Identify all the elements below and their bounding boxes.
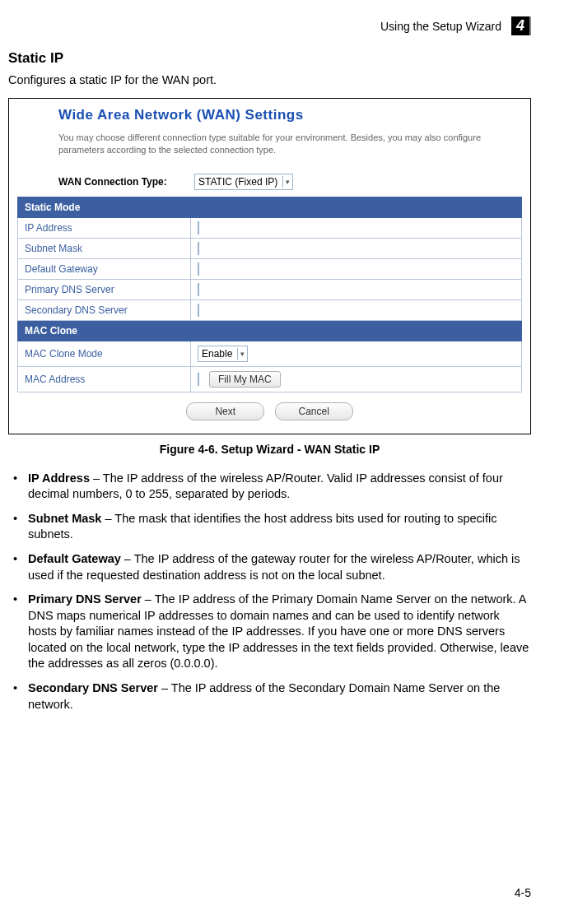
button-row: Next Cancel (17, 402, 522, 420)
wan-connection-select[interactable]: STATIC (Fixed IP) ▾ (194, 174, 293, 190)
mac-clone-mode-label: MAC Clone Mode (18, 341, 191, 366)
primary-dns-input[interactable] (198, 283, 199, 296)
config-screenshot: Wide Area Network (WAN) Settings You may… (8, 98, 531, 434)
section-title: Static IP (8, 50, 531, 67)
chapter-number: 4 (511, 16, 531, 35)
list-item: Subnet Mask – The mask that identifies t… (8, 511, 531, 543)
secondary-dns-input[interactable] (198, 304, 199, 317)
mac-clone-mode-select[interactable]: Enable ▾ (198, 346, 248, 362)
wan-connection-value: STATIC (Fixed IP) (198, 176, 277, 188)
chevron-down-icon: ▾ (237, 348, 247, 360)
wan-connection-label: WAN Connection Type: (58, 176, 194, 188)
figure-caption: Figure 4-6. Setup Wizard - WAN Static IP (8, 443, 531, 456)
subnet-mask-input[interactable] (198, 242, 199, 255)
mac-clone-mode-value: Enable (202, 348, 232, 360)
cancel-button[interactable]: Cancel (275, 402, 353, 420)
subnet-mask-label: Subnet Mask (18, 238, 191, 258)
static-mode-header: Static Mode (18, 197, 522, 217)
fill-my-mac-button[interactable]: Fill My MAC (209, 371, 281, 388)
list-item: Secondary DNS Server – The IP address of… (8, 680, 531, 713)
settings-table: Static Mode IP Address Subnet Mask Defau… (17, 197, 522, 392)
ip-address-input[interactable] (198, 221, 199, 234)
ip-address-label: IP Address (18, 217, 191, 238)
page-number: 4-5 (515, 886, 531, 899)
header-title: Using the Setup Wizard (380, 20, 501, 33)
next-button[interactable]: Next (186, 402, 264, 420)
default-gateway-input[interactable] (198, 262, 199, 276)
chevron-down-icon: ▾ (282, 176, 292, 188)
mac-clone-header: MAC Clone (18, 320, 522, 341)
page-header: Using the Setup Wizard 4 (8, 16, 531, 35)
list-item: Default Gateway – The IP address of the … (8, 551, 531, 583)
list-item: Primary DNS Server – The IP address of t… (8, 592, 531, 672)
description-list: IP Address – The IP address of the wirel… (8, 471, 531, 713)
list-item: IP Address – The IP address of the wirel… (8, 471, 531, 503)
section-intro: Configures a static IP for the WAN port. (8, 73, 531, 86)
mac-address-label: MAC Address (18, 366, 191, 392)
secondary-dns-label: Secondary DNS Server (18, 299, 191, 320)
mac-address-input[interactable] (198, 373, 199, 386)
default-gateway-label: Default Gateway (18, 258, 191, 279)
panel-title: Wide Area Network (WAN) Settings (58, 107, 522, 123)
wan-connection-row: WAN Connection Type: STATIC (Fixed IP) ▾ (58, 174, 522, 190)
panel-description: You may choose different connection type… (58, 132, 497, 157)
primary-dns-label: Primary DNS Server (18, 279, 191, 299)
